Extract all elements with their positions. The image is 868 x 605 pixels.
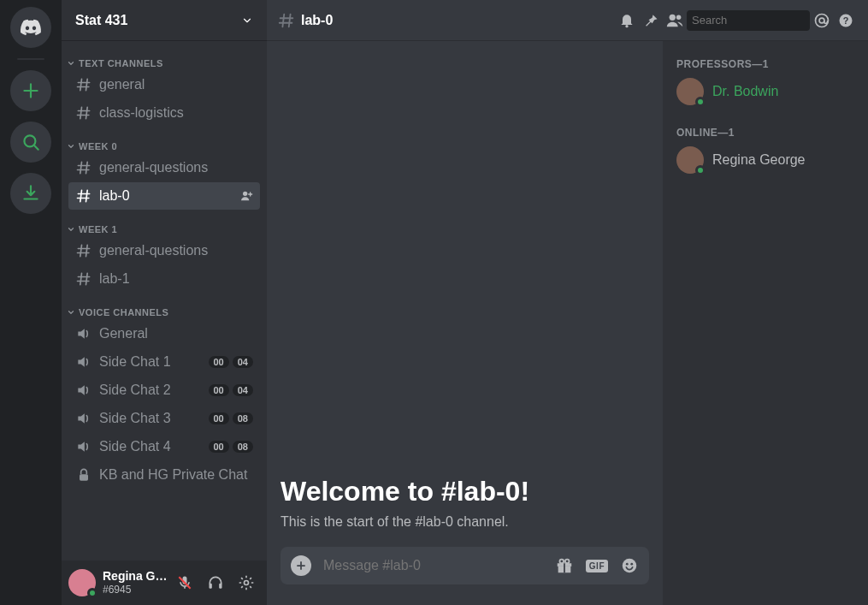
- member-list: PROFESSORS—1Dr. BodwinONLINE—1Regina Geo…: [663, 41, 868, 605]
- channel-item[interactable]: lab-0: [68, 182, 260, 210]
- svg-point-8: [245, 581, 249, 585]
- channel-list: TEXT CHANNELSgeneralclass-logisticsWEEK …: [62, 41, 267, 561]
- svg-text:?: ?: [843, 15, 849, 26]
- emoji-icon: [620, 556, 639, 575]
- gif-label: GIF: [586, 560, 608, 572]
- explore-button[interactable]: [10, 122, 51, 163]
- channel-badge: 04: [233, 384, 253, 396]
- user-name: Regina Geor...: [103, 570, 171, 583]
- help-icon: ?: [837, 12, 854, 29]
- server-header[interactable]: Stat 431: [62, 0, 267, 41]
- svg-rect-20: [564, 563, 565, 572]
- status-indicator: [695, 165, 706, 175]
- settings-button[interactable]: [233, 569, 260, 596]
- channel-item[interactable]: Side Chat 30008: [68, 405, 260, 432]
- discord-logo-icon: [20, 16, 42, 39]
- mic-muted-icon: [176, 574, 193, 591]
- category-header[interactable]: WEEK 1: [62, 211, 267, 236]
- message-composer: GIF: [280, 547, 649, 584]
- user-tag: #6945: [103, 584, 171, 596]
- channel-label: Side Chat 2: [99, 383, 209, 398]
- svg-point-11: [676, 15, 682, 19]
- svg-point-24: [626, 563, 629, 566]
- channel-label: general: [99, 77, 253, 92]
- gift-button[interactable]: [555, 556, 574, 575]
- chat-body: Welcome to #lab-0! This is the start of …: [267, 41, 868, 605]
- chevron-down-icon: [67, 308, 75, 317]
- emoji-button[interactable]: [620, 556, 639, 575]
- channel-item[interactable]: Side Chat 20004: [68, 377, 260, 404]
- category-header[interactable]: TEXT CHANNELS: [62, 44, 267, 70]
- channel-title-text: lab-0: [301, 13, 333, 28]
- channel-item[interactable]: General: [68, 320, 260, 347]
- message-input[interactable]: [323, 558, 543, 573]
- help-button[interactable]: ?: [834, 10, 858, 31]
- category-header[interactable]: WEEK 0: [62, 128, 267, 153]
- guild-divider: [17, 58, 44, 60]
- channel-item[interactable]: general-questions: [68, 237, 260, 264]
- channel-label: lab-0: [99, 188, 239, 204]
- channel-item[interactable]: Side Chat 10004: [68, 348, 260, 376]
- channel-badge: 00: [209, 441, 229, 453]
- channel-item[interactable]: lab-1: [68, 265, 260, 293]
- speaker-icon: [75, 325, 92, 342]
- gear-icon: [238, 574, 255, 591]
- channel-label: class-logistics: [99, 105, 253, 121]
- mentions-button[interactable]: [810, 10, 834, 31]
- member-group-header: ONLINE—1: [670, 110, 861, 142]
- channel-item[interactable]: class-logistics: [68, 99, 260, 127]
- bell-icon: [618, 12, 635, 29]
- channel-item[interactable]: general: [68, 71, 260, 98]
- channel-item[interactable]: general-questions: [68, 154, 260, 181]
- svg-line-1: [34, 145, 38, 149]
- category-name: WEEK 0: [79, 141, 117, 151]
- download-apps-button[interactable]: [10, 173, 51, 214]
- attach-button[interactable]: [291, 555, 311, 576]
- svg-point-23: [623, 559, 637, 573]
- pin-icon: [642, 12, 659, 29]
- member-item[interactable]: Regina George: [670, 142, 861, 178]
- chevron-down-icon: [67, 142, 75, 151]
- channel-label: General: [99, 326, 253, 341]
- search-box[interactable]: [687, 10, 810, 31]
- pins-button[interactable]: [639, 10, 663, 31]
- svg-point-22: [565, 560, 570, 564]
- invite-button[interactable]: [239, 189, 253, 203]
- deafen-button[interactable]: [202, 569, 229, 596]
- channel-label: Side Chat 3: [99, 411, 209, 426]
- channel-badge: 00: [209, 412, 229, 424]
- add-server-button[interactable]: [10, 70, 51, 111]
- channel-label: general-questions: [99, 160, 253, 175]
- hash-icon: [277, 11, 296, 30]
- speaker-icon: [75, 410, 92, 427]
- hash-icon: [75, 187, 92, 205]
- member-avatar: [676, 146, 704, 174]
- channel-badge: 08: [233, 412, 253, 424]
- members-toggle-button[interactable]: [663, 10, 687, 31]
- channel-item[interactable]: Side Chat 40008: [68, 433, 260, 460]
- user-avatar[interactable]: [68, 569, 96, 596]
- add-person-icon: [239, 189, 253, 203]
- status-indicator: [695, 97, 706, 107]
- message-area: Welcome to #lab-0! This is the start of …: [267, 41, 663, 605]
- member-item[interactable]: Dr. Bodwin: [670, 74, 861, 110]
- channel-label: KB and HG Private Chat: [99, 467, 253, 483]
- hash-icon: [75, 242, 92, 259]
- member-group-header: PROFESSORS—1: [670, 41, 861, 74]
- mute-button[interactable]: [171, 569, 198, 596]
- member-name: Dr. Bodwin: [712, 84, 778, 99]
- plus-icon: [295, 560, 307, 572]
- gif-button[interactable]: GIF: [586, 560, 608, 572]
- svg-point-10: [670, 14, 676, 20]
- channel-label: lab-1: [99, 271, 253, 287]
- home-button[interactable]: [10, 7, 51, 48]
- svg-point-21: [559, 560, 564, 564]
- notifications-button[interactable]: [615, 10, 639, 31]
- channel-badge: 00: [209, 384, 229, 396]
- topbar: lab-0 ?: [267, 0, 868, 41]
- channel-welcome: Welcome to #lab-0! This is the start of …: [280, 476, 649, 547]
- channel-badge: 04: [233, 356, 253, 368]
- category-header[interactable]: VOICE CHANNELS: [62, 294, 267, 319]
- channel-item[interactable]: KB and HG Private Chat: [68, 461, 260, 489]
- headphones-icon: [207, 574, 224, 591]
